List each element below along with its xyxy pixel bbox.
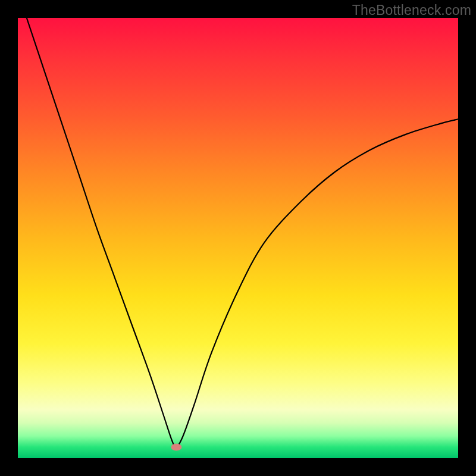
- watermark-text: TheBottleneck.com: [352, 2, 471, 18]
- bottleneck-curve: [27, 18, 458, 447]
- chart-frame: [18, 18, 458, 458]
- chart-svg: [18, 18, 458, 458]
- optimum-marker: [171, 444, 181, 451]
